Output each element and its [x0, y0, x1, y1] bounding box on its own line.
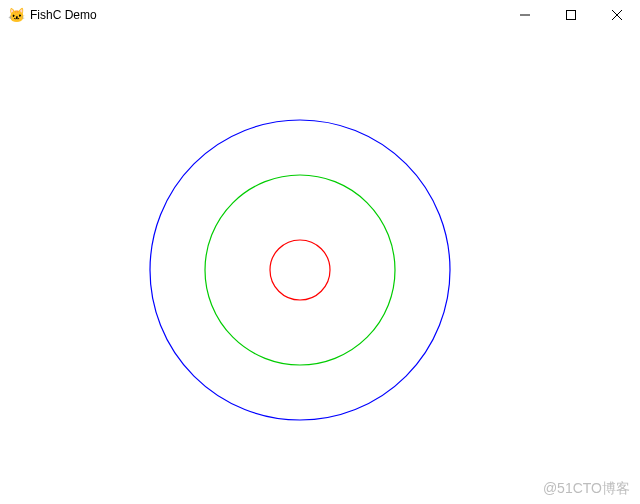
svg-rect-1: [567, 11, 576, 20]
minimize-button[interactable]: [502, 0, 548, 30]
fishc-app-icon: 🐱: [8, 7, 24, 23]
inner-circle: [270, 240, 330, 300]
close-icon: [612, 10, 622, 20]
titlebar: 🐱 FishC Demo: [0, 0, 640, 30]
window-title: FishC Demo: [30, 8, 97, 22]
maximize-button[interactable]: [548, 0, 594, 30]
outer-circle: [150, 120, 450, 420]
app-window: 🐱 FishC Demo @51CTO博客: [0, 0, 640, 504]
middle-circle: [205, 175, 395, 365]
close-button[interactable]: [594, 0, 640, 30]
maximize-icon: [566, 10, 576, 20]
client-area: [0, 30, 640, 504]
drawing-canvas: [0, 30, 640, 504]
window-controls: [502, 0, 640, 30]
minimize-icon: [520, 10, 530, 20]
